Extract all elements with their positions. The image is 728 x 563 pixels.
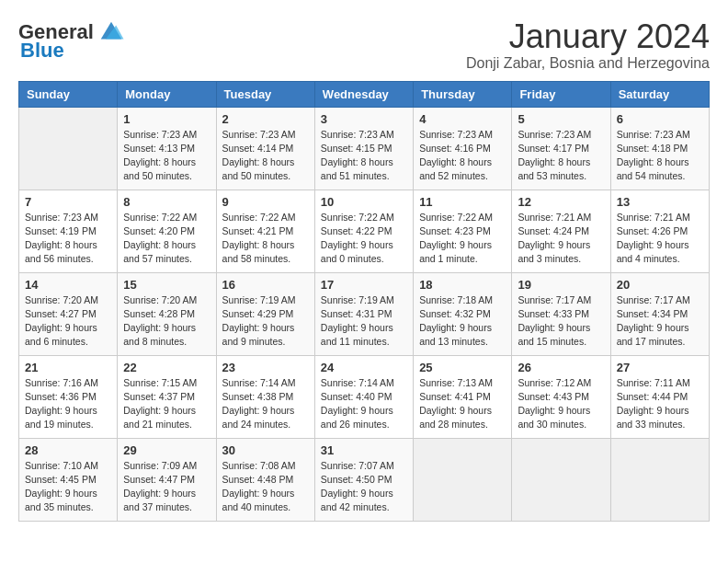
calendar-cell: 28Sunrise: 7:10 AMSunset: 4:45 PMDayligh… bbox=[19, 438, 118, 521]
calendar-cell: 30Sunrise: 7:08 AMSunset: 4:48 PMDayligh… bbox=[216, 438, 314, 521]
day-info: Sunrise: 7:17 AMSunset: 4:34 PMDaylight:… bbox=[617, 293, 703, 350]
location-title: Donji Zabar, Bosnia and Herzegovina bbox=[466, 55, 710, 72]
day-info: Sunrise: 7:15 AMSunset: 4:37 PMDaylight:… bbox=[123, 376, 210, 432]
day-info: Sunrise: 7:23 AMSunset: 4:19 PMDaylight:… bbox=[25, 211, 111, 267]
day-info: Sunrise: 7:07 AMSunset: 4:50 PMDaylight:… bbox=[321, 459, 407, 515]
day-info: Sunrise: 7:23 AMSunset: 4:15 PMDaylight:… bbox=[321, 128, 407, 184]
calendar-cell: 20Sunrise: 7:17 AMSunset: 4:34 PMDayligh… bbox=[610, 272, 709, 355]
day-info: Sunrise: 7:08 AMSunset: 4:48 PMDaylight:… bbox=[222, 459, 309, 515]
day-info: Sunrise: 7:09 AMSunset: 4:47 PMDaylight:… bbox=[123, 459, 210, 515]
calendar-cell: 16Sunrise: 7:19 AMSunset: 4:29 PMDayligh… bbox=[216, 272, 314, 355]
day-number: 15 bbox=[123, 278, 210, 292]
day-number: 20 bbox=[617, 278, 703, 292]
day-info: Sunrise: 7:16 AMSunset: 4:36 PMDaylight:… bbox=[25, 376, 111, 432]
calendar-cell: 25Sunrise: 7:13 AMSunset: 4:41 PMDayligh… bbox=[414, 355, 512, 438]
day-number: 26 bbox=[518, 361, 604, 374]
calendar-cell bbox=[610, 438, 709, 521]
day-number: 25 bbox=[419, 361, 506, 374]
day-number: 19 bbox=[518, 278, 604, 292]
day-info: Sunrise: 7:10 AMSunset: 4:45 PMDaylight:… bbox=[25, 459, 111, 515]
day-number: 24 bbox=[321, 361, 407, 374]
day-info: Sunrise: 7:14 AMSunset: 4:38 PMDaylight:… bbox=[222, 376, 309, 432]
day-number: 1 bbox=[123, 112, 210, 126]
day-info: Sunrise: 7:14 AMSunset: 4:40 PMDaylight:… bbox=[321, 376, 407, 432]
calendar-week-row: 21Sunrise: 7:16 AMSunset: 4:36 PMDayligh… bbox=[19, 355, 710, 438]
calendar-cell bbox=[512, 438, 610, 521]
calendar-cell: 3Sunrise: 7:23 AMSunset: 4:15 PMDaylight… bbox=[314, 107, 413, 190]
day-info: Sunrise: 7:19 AMSunset: 4:29 PMDaylight:… bbox=[222, 293, 309, 350]
day-info: Sunrise: 7:22 AMSunset: 4:23 PMDaylight:… bbox=[419, 211, 506, 267]
day-number: 17 bbox=[321, 278, 407, 292]
day-number: 8 bbox=[123, 195, 210, 209]
day-number: 6 bbox=[617, 112, 703, 126]
day-info: Sunrise: 7:20 AMSunset: 4:27 PMDaylight:… bbox=[25, 293, 111, 350]
calendar-cell: 9Sunrise: 7:22 AMSunset: 4:21 PMDaylight… bbox=[216, 190, 314, 272]
day-number: 5 bbox=[518, 112, 604, 126]
calendar-cell: 7Sunrise: 7:23 AMSunset: 4:19 PMDaylight… bbox=[19, 190, 118, 272]
day-info: Sunrise: 7:22 AMSunset: 4:22 PMDaylight:… bbox=[321, 211, 407, 267]
day-number: 23 bbox=[222, 361, 309, 374]
logo-icon bbox=[97, 18, 125, 46]
page-header: General Blue January 2024 Donji Zabar, B… bbox=[18, 18, 710, 72]
day-info: Sunrise: 7:19 AMSunset: 4:31 PMDaylight:… bbox=[321, 293, 407, 350]
day-number: 10 bbox=[321, 195, 407, 209]
day-number: 21 bbox=[25, 361, 111, 374]
logo-blue: Blue bbox=[20, 40, 64, 61]
weekday-header-tuesday: Tuesday bbox=[216, 81, 314, 107]
day-number: 30 bbox=[222, 443, 309, 457]
calendar-cell: 11Sunrise: 7:22 AMSunset: 4:23 PMDayligh… bbox=[414, 190, 512, 272]
calendar-cell: 26Sunrise: 7:12 AMSunset: 4:43 PMDayligh… bbox=[512, 355, 610, 438]
day-number: 7 bbox=[25, 195, 111, 209]
day-number: 12 bbox=[518, 195, 604, 209]
day-number: 27 bbox=[617, 361, 703, 374]
weekday-header-saturday: Saturday bbox=[610, 81, 709, 107]
calendar-cell: 12Sunrise: 7:21 AMSunset: 4:24 PMDayligh… bbox=[512, 190, 610, 272]
day-info: Sunrise: 7:17 AMSunset: 4:33 PMDaylight:… bbox=[518, 293, 604, 350]
calendar-cell: 17Sunrise: 7:19 AMSunset: 4:31 PMDayligh… bbox=[314, 272, 413, 355]
calendar-cell: 29Sunrise: 7:09 AMSunset: 4:47 PMDayligh… bbox=[118, 438, 216, 521]
calendar-cell: 5Sunrise: 7:23 AMSunset: 4:17 PMDaylight… bbox=[512, 107, 610, 190]
calendar-cell: 21Sunrise: 7:16 AMSunset: 4:36 PMDayligh… bbox=[19, 355, 118, 438]
weekday-header-friday: Friday bbox=[512, 81, 610, 107]
calendar-cell bbox=[414, 438, 512, 521]
calendar-cell: 8Sunrise: 7:22 AMSunset: 4:20 PMDaylight… bbox=[118, 190, 216, 272]
day-number: 28 bbox=[25, 443, 111, 457]
day-number: 18 bbox=[419, 278, 506, 292]
day-info: Sunrise: 7:22 AMSunset: 4:20 PMDaylight:… bbox=[123, 211, 210, 267]
weekday-header-thursday: Thursday bbox=[414, 81, 512, 107]
day-info: Sunrise: 7:23 AMSunset: 4:14 PMDaylight:… bbox=[222, 128, 309, 184]
day-info: Sunrise: 7:22 AMSunset: 4:21 PMDaylight:… bbox=[222, 211, 309, 267]
calendar-cell: 1Sunrise: 7:23 AMSunset: 4:13 PMDaylight… bbox=[118, 107, 216, 190]
day-number: 22 bbox=[123, 361, 210, 374]
calendar-cell bbox=[19, 107, 118, 190]
day-number: 13 bbox=[617, 195, 703, 209]
day-info: Sunrise: 7:11 AMSunset: 4:44 PMDaylight:… bbox=[617, 376, 703, 432]
calendar-week-row: 7Sunrise: 7:23 AMSunset: 4:19 PMDaylight… bbox=[19, 190, 710, 272]
month-title: January 2024 bbox=[466, 18, 710, 55]
calendar-cell: 31Sunrise: 7:07 AMSunset: 4:50 PMDayligh… bbox=[314, 438, 413, 521]
title-block: January 2024 Donji Zabar, Bosnia and Her… bbox=[466, 18, 710, 72]
day-number: 29 bbox=[123, 443, 210, 457]
day-info: Sunrise: 7:12 AMSunset: 4:43 PMDaylight:… bbox=[518, 376, 604, 432]
calendar-cell: 24Sunrise: 7:14 AMSunset: 4:40 PMDayligh… bbox=[314, 355, 413, 438]
calendar-cell: 14Sunrise: 7:20 AMSunset: 4:27 PMDayligh… bbox=[19, 272, 118, 355]
day-number: 2 bbox=[222, 112, 309, 126]
weekday-header-row: SundayMondayTuesdayWednesdayThursdayFrid… bbox=[19, 81, 710, 107]
weekday-header-monday: Monday bbox=[118, 81, 216, 107]
calendar-cell: 19Sunrise: 7:17 AMSunset: 4:33 PMDayligh… bbox=[512, 272, 610, 355]
weekday-header-sunday: Sunday bbox=[19, 81, 118, 107]
calendar-cell: 4Sunrise: 7:23 AMSunset: 4:16 PMDaylight… bbox=[414, 107, 512, 190]
calendar-cell: 27Sunrise: 7:11 AMSunset: 4:44 PMDayligh… bbox=[610, 355, 709, 438]
day-info: Sunrise: 7:20 AMSunset: 4:28 PMDaylight:… bbox=[123, 293, 210, 350]
day-number: 11 bbox=[419, 195, 506, 209]
day-number: 16 bbox=[222, 278, 309, 292]
calendar-cell: 15Sunrise: 7:20 AMSunset: 4:28 PMDayligh… bbox=[118, 272, 216, 355]
weekday-header-wednesday: Wednesday bbox=[314, 81, 413, 107]
day-info: Sunrise: 7:21 AMSunset: 4:26 PMDaylight:… bbox=[617, 211, 703, 267]
day-number: 9 bbox=[222, 195, 309, 209]
day-info: Sunrise: 7:18 AMSunset: 4:32 PMDaylight:… bbox=[419, 293, 506, 350]
calendar-cell: 22Sunrise: 7:15 AMSunset: 4:37 PMDayligh… bbox=[118, 355, 216, 438]
day-number: 4 bbox=[419, 112, 506, 126]
day-info: Sunrise: 7:21 AMSunset: 4:24 PMDaylight:… bbox=[518, 211, 604, 267]
day-number: 14 bbox=[25, 278, 111, 292]
